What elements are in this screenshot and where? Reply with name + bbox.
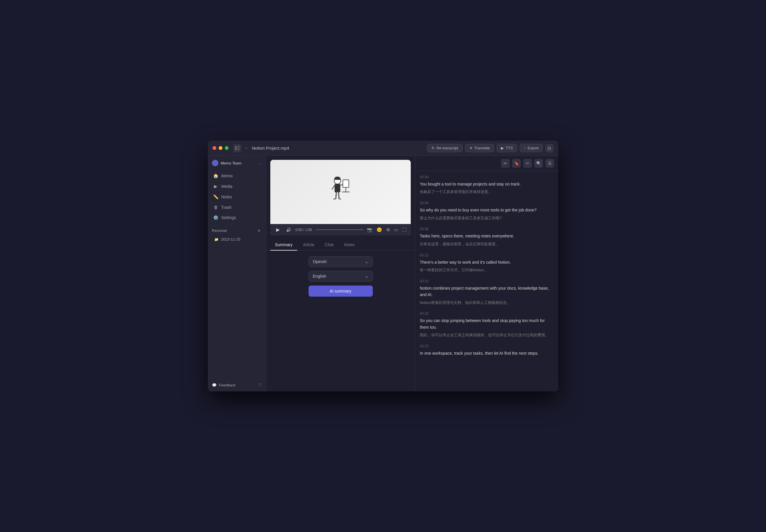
tab-article[interactable]: Article [298, 239, 319, 251]
screenshot-icon[interactable]: 📷 [367, 227, 372, 232]
app-window: ← Notion Project.mp4 ↻ Re-transcript ✦ T… [208, 141, 558, 391]
sidebar-item-memo[interactable]: 🏠 Memo [210, 171, 264, 181]
tab-chat[interactable]: Chat [320, 239, 338, 251]
transcript-zh-5: 因此，你可以停止在工具之间来回跳转，也可以停止为它们支付过高的费用。 [420, 332, 553, 338]
export-button[interactable]: ↑ Export [520, 144, 543, 152]
transcript-en-0: You bought a tool to manage projects and… [420, 181, 553, 187]
sidebar-toggle-button[interactable] [233, 144, 242, 152]
timestamp-5: 00:20 [420, 311, 553, 316]
transcript-entry-1: 00:04 So why do you need to buy even mor… [420, 201, 553, 221]
transcript-en-2: Tasks here, specs there, meeting notes e… [420, 233, 553, 239]
language-selector[interactable]: English ⌄ [309, 271, 373, 281]
language-label: English [313, 274, 326, 279]
retranscript-button[interactable]: ↻ Re-transcript [427, 144, 462, 152]
right-panel: ✏ 🔖 ✂ 🔍 ☰ 00:00 You bought a tool to man… [415, 156, 558, 391]
export-icon: ↑ [524, 146, 526, 150]
personal-section: Personal + 📁 2023-11-25 [208, 224, 266, 245]
feedback-icon: 💬 [212, 383, 217, 387]
back-button[interactable]: ← [244, 146, 249, 151]
fullscreen-icon[interactable]: ⛶ [402, 227, 407, 232]
tts-play-icon: ▶ [501, 146, 504, 150]
language-chevron-icon: ⌄ [365, 274, 368, 279]
subtitle-icon[interactable]: ▭ [394, 227, 398, 232]
main-layout: Memo Team ⌄ 🏠 Memo ▶ Media ✏️ Notes 🗑 [208, 156, 558, 391]
transcript-en-3: There's a better way to work and it's ca… [420, 259, 553, 265]
svg-rect-3 [237, 149, 240, 150]
sidebar-item-memo-label: Memo [221, 174, 233, 178]
progress-bar[interactable] [316, 229, 363, 230]
emoji-icon[interactable]: 😊 [377, 227, 382, 232]
folder-item-2023[interactable]: 📁 2023-11-25 [212, 235, 262, 243]
feedback-label: Feedback [219, 383, 236, 387]
timestamp-2: 00:08 [420, 227, 553, 231]
svg-rect-4 [343, 180, 349, 187]
transcript-entry-5: 00:20 So you can stop jumping between to… [420, 311, 553, 338]
extra-controls: 📷 😊 ⚙ ▭ ⛶ [367, 227, 407, 232]
home-icon: 🏠 [213, 173, 218, 179]
sidebar-item-settings[interactable]: ⚙️ Settings [210, 213, 264, 223]
team-avatar [212, 160, 218, 166]
right-panel-toolbar: ✏ 🔖 ✂ 🔍 ☰ [415, 156, 558, 171]
transcript-en-1: So why do you need to buy even more tool… [420, 207, 553, 213]
close-button[interactable] [213, 146, 216, 150]
svg-rect-2 [237, 148, 240, 148]
ai-provider-label: OpenAI [313, 259, 327, 264]
tts-button[interactable]: ▶ TTS [496, 144, 517, 152]
transcript-zh-2: 任务在这里，规格在那里，会议记录到处都是。 [420, 241, 553, 247]
ai-summary-button[interactable]: AI summary [309, 286, 373, 297]
transcript-zh-3: 有一种更好的工作方式，它叫做Notion。 [420, 267, 553, 273]
volume-button[interactable]: 🔊 [285, 227, 292, 232]
video-character [329, 174, 352, 209]
summary-content: OpenAI ⌄ English ⌄ AI summary [266, 251, 415, 391]
bookmark-icon-button[interactable]: 🔖 [512, 159, 521, 168]
collapse-panel-button[interactable]: ⊡ [545, 144, 553, 152]
transcript-en-6: In one workspace, track your tasks, then… [420, 350, 553, 356]
menu-icon-button[interactable]: ☰ [545, 159, 554, 168]
scissors-icon-button[interactable]: ✂ [523, 159, 532, 168]
team-name: Memo Team [221, 161, 257, 165]
transcript-en-4: Notion combines project management with … [420, 285, 553, 298]
title-bar: ← Notion Project.mp4 ↻ Re-transcript ✦ T… [208, 141, 558, 156]
team-selector[interactable]: Memo Team ⌄ [208, 156, 266, 169]
edit-icon-button[interactable]: ✏ [501, 159, 510, 168]
svg-line-11 [336, 192, 336, 199]
media-icon: ▶ [213, 184, 218, 189]
ai-provider-selector[interactable]: OpenAI ⌄ [309, 256, 373, 267]
tab-summary[interactable]: Summary [270, 239, 297, 251]
sidebar-item-media[interactable]: ▶ Media [210, 181, 264, 191]
trash-icon: 🗑 [213, 205, 218, 210]
sidebar-item-media-label: Media [221, 184, 232, 189]
section-header: Personal + [212, 228, 262, 234]
sidebar-item-settings-label: Settings [221, 215, 236, 220]
feedback-button[interactable]: 💬 Feedback [212, 383, 236, 387]
sidebar-item-notes[interactable]: ✏️ Notes [210, 192, 264, 202]
translate-button[interactable]: ✦ Translate [465, 144, 494, 152]
add-folder-button[interactable]: + [256, 228, 262, 234]
timestamp-0: 00:00 [420, 175, 553, 179]
svg-rect-1 [237, 146, 240, 147]
transcript-entry-6: 00:25 In one workspace, track your tasks… [420, 344, 553, 356]
transcript-entry-3: 00:12 There's a better way to work and i… [420, 253, 553, 273]
heart-icon[interactable]: ♡ [258, 383, 262, 387]
svg-rect-0 [235, 146, 237, 150]
title-bar-actions: ↻ Re-transcript ✦ Translate ▶ TTS ↑ Expo… [427, 144, 553, 152]
retranscript-icon: ↻ [431, 146, 435, 150]
svg-line-9 [332, 185, 335, 189]
transcript-zh-4: Notion将项目管理与文档、知识库和人工智能相结合。 [420, 300, 553, 306]
translate-icon: ✦ [469, 146, 473, 150]
title-bar-center: ← Notion Project.mp4 [233, 144, 427, 152]
video-controls: ▶ 🔊 0:00 / 1:06 📷 😊 ⚙ ▭ ⛶ [270, 224, 411, 235]
minimize-button[interactable] [219, 146, 223, 150]
svg-line-13 [334, 199, 336, 199]
tab-notes[interactable]: Notes [339, 239, 359, 251]
maximize-button[interactable] [225, 146, 229, 150]
play-button[interactable]: ▶ [274, 227, 282, 232]
section-title: Personal [212, 229, 227, 233]
transcript-en-5: So you can stop jumping between tools an… [420, 317, 553, 330]
sidebar: Memo Team ⌄ 🏠 Memo ▶ Media ✏️ Notes 🗑 [208, 156, 266, 391]
settings-video-icon[interactable]: ⚙ [386, 227, 390, 232]
svg-line-14 [339, 199, 341, 199]
folder-icon: 📁 [214, 237, 219, 241]
sidebar-item-trash[interactable]: 🗑 Trash [210, 202, 264, 212]
search-icon-button[interactable]: 🔍 [534, 159, 543, 168]
